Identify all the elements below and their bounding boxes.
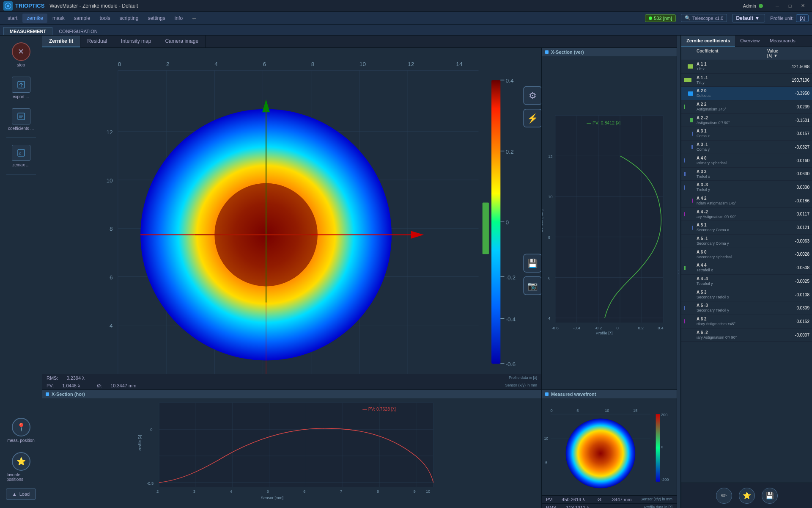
coeff-row-A-3-3[interactable]: A 3 3 Trefoil x 0.0630 <box>681 168 812 181</box>
tab-camera-image[interactable]: Camera image <box>158 36 206 47</box>
svg-text:3: 3 <box>193 489 195 494</box>
svg-text:-0.6: -0.6 <box>506 361 516 367</box>
profile-unit-value[interactable]: [λ] <box>796 14 809 22</box>
edit-tool-button[interactable]: ✏ <box>716 488 732 504</box>
coeff-name: A 1 1 Tilt x <box>697 61 767 72</box>
xsection-ver-chart: — PV: 0.8412 [λ] 12 10 8 6 4 <box>542 56 677 386</box>
coeff-row-A-4-0[interactable]: A 4 0 Primary Spherical 0.0160 <box>681 154 812 168</box>
svg-text:Profile [λ]: Profile [λ] <box>137 435 142 451</box>
svg-text:10: 10 <box>548 194 553 199</box>
coeff-row-A-6-0[interactable]: A 6 0 Secondary Spherical -0.0028 <box>681 248 812 262</box>
coeff-bar-cell <box>684 318 693 324</box>
svg-text:-0.2: -0.2 <box>506 274 516 281</box>
coeff-bar <box>684 306 685 310</box>
profile-label: Profile data in [λ] <box>509 375 537 381</box>
star-tool-button[interactable]: ⭐ <box>739 488 755 504</box>
coeff-row-A-6-2[interactable]: A 6 2 rtiary Astigmatism ±45° 0.0152 <box>681 315 812 329</box>
col-value-header[interactable]: Value[λ] ▼ <box>767 49 809 58</box>
coeff-row-A-5--3[interactable]: A 5 -3 Secondary Trefoil y 0.0309 <box>681 301 812 315</box>
load-button[interactable]: ▲ Load <box>6 489 36 500</box>
coeff-row-A-4--4[interactable]: A 4 -4 Tetrafoil y -0.0025 <box>681 275 812 288</box>
subtab-configuration[interactable]: CONFIGURATION <box>52 27 104 35</box>
coeff-row-A-1-1[interactable]: A 1 1 Tilt x -121.5088 <box>681 60 812 74</box>
coeff-bar <box>684 266 686 270</box>
svg-text:5: 5 <box>545 461 547 465</box>
svg-text:6: 6 <box>110 274 113 281</box>
zemax-icon: Z <box>12 145 30 161</box>
subtabbar: MEASUREMENT CONFIGURATION <box>0 25 812 36</box>
coeff-name: A 5 3 Secondary Trefoil x <box>697 290 767 300</box>
laser-button[interactable]: 532 [nm] <box>645 14 676 22</box>
coeff-name: A 5 1 Secondary Coma x <box>697 222 767 233</box>
menu-tools[interactable]: tools <box>95 14 114 23</box>
menu-zernike[interactable]: zernike <box>22 14 47 23</box>
export-button[interactable]: export ... <box>4 74 38 102</box>
coeff-bar <box>684 212 685 216</box>
tab-zernike-coefficients[interactable]: Zernike coefficients <box>681 36 735 47</box>
coeff-bar-cell <box>684 157 693 163</box>
maximize-button[interactable]: □ <box>784 2 796 10</box>
save-tool-button[interactable]: 💾 <box>762 488 778 504</box>
svg-text:⚙: ⚙ <box>529 91 537 101</box>
coeff-row-A-2--2[interactable]: A 2 -2 Astigmatism 0°/ 90° -0.1501 <box>681 114 812 127</box>
coeff-row-A-5-1[interactable]: A 5 1 Secondary Coma x -0.0121 <box>681 221 812 235</box>
svg-text:-0.4: -0.4 <box>506 316 516 323</box>
coeff-value: 0.0160 <box>767 158 809 163</box>
tab-residual[interactable]: Residual <box>80 36 114 47</box>
coeff-row-A-2-0[interactable]: A 2 0 Defocus -0.3950 <box>681 87 812 100</box>
svg-text:12: 12 <box>548 154 553 159</box>
window-title: WaveMaster - Zernike module - Default <box>49 3 743 9</box>
svg-text:2: 2 <box>156 489 159 494</box>
menu-info[interactable]: info <box>170 14 187 23</box>
stop-button[interactable]: ✕ stop <box>4 40 38 70</box>
subtab-measurement[interactable]: MEASUREMENT <box>3 27 52 35</box>
default-dropdown[interactable]: Default ▼ <box>732 14 765 22</box>
back-button[interactable]: ← <box>191 15 197 22</box>
export-label: export ... <box>13 94 29 99</box>
favorite-positions-button[interactable]: ⭐ favorite positions <box>4 450 38 484</box>
coeff-bar <box>688 91 693 96</box>
svg-rect-134 <box>656 414 660 482</box>
svg-text:Sensor [mm]: Sensor [mm] <box>261 495 283 500</box>
tab-measurands[interactable]: Measurands <box>765 36 801 47</box>
meas-position-button[interactable]: 📍 meas. position <box>4 415 38 445</box>
tab-zernike-fit[interactable]: Zernike fit <box>42 36 80 47</box>
coefficients-button[interactable]: coefficients ... <box>4 106 38 133</box>
coeff-row-A-5--1[interactable]: A 5 -1 Secondary Coma y -0.0063 <box>681 235 812 248</box>
coeff-row-A-3--1[interactable]: A 3 -1 Coma y -0.0327 <box>681 141 812 154</box>
svg-text:4: 4 <box>230 489 232 494</box>
coeff-value: 0.0309 <box>767 306 809 310</box>
tab-overview[interactable]: Overview <box>735 36 765 47</box>
menu-sample[interactable]: sample <box>70 14 95 23</box>
menu-start[interactable]: start <box>3 14 22 23</box>
coeff-row-A-2-2[interactable]: A 2 2 Astigmatism ±45° 0.0239 <box>681 100 812 114</box>
coeff-bar <box>693 279 693 283</box>
close-button[interactable]: ✕ <box>797 2 809 10</box>
scope-button[interactable]: 🔍 Telescope x1.0 <box>681 14 727 22</box>
coeff-row-A-6--2[interactable]: A 6 -2 iary Astigmatism 0°/ 90° -0.0007 <box>681 329 812 342</box>
coeff-row-A-4-2[interactable]: A 4 2 ndary Astigmatism ±45° -0.0186 <box>681 194 812 208</box>
coeff-bar <box>691 145 693 149</box>
svg-text:2: 2 <box>166 61 170 67</box>
svg-text:0.4: 0.4 <box>506 77 514 84</box>
minimize-button[interactable]: ─ <box>771 2 783 10</box>
coeff-row-A-1--1[interactable]: A 1 -1 Tilt y 190.7106 <box>681 74 812 87</box>
coeff-row-A-4--2[interactable]: A 4 -2 ary Astigmatism 0°/ 90° 0.0117 <box>681 208 812 221</box>
svg-text:7: 7 <box>340 489 342 494</box>
menu-settings[interactable]: settings <box>143 14 169 23</box>
measured-wavefront-panel: Measured wavefront <box>541 390 677 508</box>
svg-text:5: 5 <box>576 409 579 413</box>
zemax-button[interactable]: Z zemax ... <box>4 142 38 170</box>
svg-text:Profile [λ]: Profile [λ] <box>596 331 613 335</box>
coeff-bar-cell <box>684 265 693 271</box>
tab-intensity-map[interactable]: Intensity map <box>114 36 158 47</box>
menu-scripting[interactable]: scripting <box>115 14 143 23</box>
coeff-row-A-3-1[interactable]: A 3 1 Coma x -0.0157 <box>681 127 812 141</box>
coeff-row-A-5-3[interactable]: A 5 3 Secondary Trefoil x -0.0108 <box>681 288 812 302</box>
svg-point-133 <box>566 419 636 489</box>
menu-mask[interactable]: mask <box>48 14 69 23</box>
sidebar-divider-1 <box>6 138 36 138</box>
coeff-row-A-4-4[interactable]: A 4 4 Tetrafoil x 0.0508 <box>681 261 812 275</box>
coeff-row-A-3--3[interactable]: A 3 -3 Trefoil y 0.0300 <box>681 181 812 194</box>
collapse-handle[interactable]: ⋮ <box>677 36 681 508</box>
